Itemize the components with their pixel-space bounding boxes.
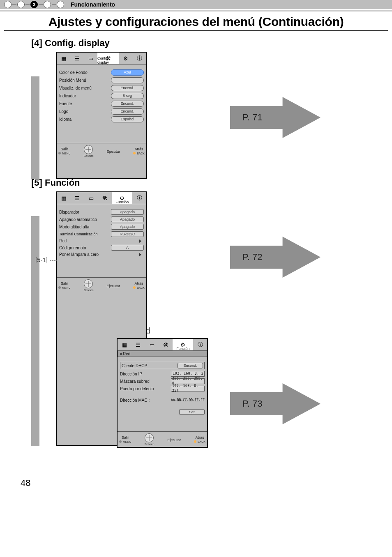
footer-salir: Salir MENU bbox=[58, 147, 71, 156]
osd-body: DisparadorApagado Apagado automáticoApag… bbox=[57, 204, 146, 277]
row-idioma[interactable]: IdiomaEspañol bbox=[59, 116, 144, 122]
tab-config-display-active: 🛠 Config. display bbox=[97, 53, 119, 64]
menu-dot-icon bbox=[58, 286, 61, 289]
progress-steps: 3 bbox=[4, 1, 64, 8]
submenu-red-header: ➤ Red bbox=[118, 351, 207, 357]
osd-tab-strip: ▦ ☰ ▭ 🛠 ⚙ Función ⓘ bbox=[57, 192, 146, 204]
footer-ejecutar: Ejecutar bbox=[106, 150, 120, 154]
tab-icon-4: 🛠 bbox=[159, 339, 173, 350]
info-icon: ⓘ bbox=[198, 341, 203, 348]
footer-salir: Salir MENU bbox=[119, 435, 131, 444]
page-ref-label: P. 72 bbox=[242, 252, 263, 262]
row-set[interactable]: Set bbox=[120, 409, 205, 415]
info-icon: ⓘ bbox=[137, 194, 142, 202]
page-ref-arrow-71: P. 71 bbox=[230, 97, 321, 138]
osd-red: ▦ ☰ ▭ 🛠 ⚙ Función ⓘ ➤ Red Cliente DHCPEn… bbox=[117, 338, 208, 448]
osd-tab-strip: ▦ ☰ ▭ 🛠 ⚙ Función ⓘ bbox=[118, 339, 207, 351]
footer-atras: Atrás BACK bbox=[194, 435, 205, 444]
row-color-fondo[interactable]: Color de FondoAzul bbox=[59, 69, 144, 76]
joystick-icon bbox=[145, 433, 154, 442]
tab-icon-5: ⚙ bbox=[119, 53, 133, 64]
row-terminal-comunicacion[interactable]: Terminal ComunicaciónRS-232C bbox=[59, 231, 144, 237]
row-mascara-subred[interactable]: Máscara subred255. 255. 255. 0 bbox=[120, 378, 205, 384]
row-direccion-ip[interactable]: Dirección IP192. 168. 0. 2 bbox=[120, 371, 205, 377]
annotation-5-1: [5-1] bbox=[35, 256, 48, 263]
row-fuente[interactable]: FuenteEncend. bbox=[59, 101, 144, 107]
tab-icon-2: ☰ bbox=[131, 339, 145, 350]
footer-salir: Salir MENU bbox=[58, 281, 71, 290]
row-puerta-defecto[interactable]: Puerta por defecto192. 168. 0. 254 bbox=[120, 386, 205, 391]
page-ref-arrow-73: P. 73 bbox=[230, 383, 321, 424]
tab-icon-1: ▦ bbox=[57, 192, 71, 204]
tab-icon-info: ⓘ bbox=[193, 339, 207, 350]
tab-icon-info: ⓘ bbox=[132, 192, 146, 204]
footer-joystick: Selecc bbox=[144, 433, 154, 446]
page-ref-label: P. 71 bbox=[242, 112, 263, 123]
page-ref-label: P. 73 bbox=[242, 398, 263, 409]
osd-footer: Salir MENU Selecc Ejecutar Atrás BACK bbox=[57, 277, 146, 293]
joystick-icon bbox=[84, 145, 93, 154]
row-poner-lampara[interactable]: Poner lámpara a cero bbox=[59, 252, 144, 257]
row-logo[interactable]: LogoEncend. bbox=[59, 108, 144, 115]
tab-icon-4: 🛠 bbox=[98, 192, 112, 204]
row-direccion-mac: Dirección MAC :AA-BB-CC-DD-EE-FF bbox=[120, 398, 205, 403]
osd-tab-strip: ▦ ☰ ▭ 🛠 Config. display ⚙ ⓘ bbox=[57, 53, 146, 64]
tab-icon-info: ⓘ bbox=[133, 53, 146, 64]
back-dot-icon bbox=[133, 152, 136, 154]
page-title: Ajustes y configuraciones del menú (Cont… bbox=[0, 12, 392, 30]
osd-footer: Salir MENU Selecc Ejecutar Atrás BACK bbox=[57, 143, 146, 159]
side-tab-stub bbox=[31, 76, 39, 179]
chevron-right-icon bbox=[139, 253, 141, 256]
row-posicion-menu[interactable]: Posición Menú bbox=[59, 77, 144, 83]
tab-icon-3: ▭ bbox=[84, 53, 97, 64]
footer-atras: Atrás BACK bbox=[133, 281, 145, 290]
page-number: 48 bbox=[0, 470, 392, 493]
tab-icon-3: ▭ bbox=[145, 339, 159, 350]
tab-funcion-active: ⚙ Función bbox=[173, 339, 193, 350]
osd-footer: Salir MENU Selecc Ejecutar Atrás BACK bbox=[118, 431, 207, 447]
footer-atras: Atrás BACK bbox=[133, 147, 145, 156]
menu-dot-icon bbox=[119, 440, 122, 443]
row-indicador[interactable]: Indicador5 seg bbox=[59, 93, 144, 99]
row-modo-altitud[interactable]: Modo altitud altaApagado bbox=[59, 224, 144, 230]
osd-body: Color de FondoAzul Posición Menú Visuali… bbox=[57, 64, 146, 143]
breadcrumb: Funcionamiento bbox=[71, 1, 115, 8]
row-codigo-remoto[interactable]: Código remotoA bbox=[59, 245, 144, 251]
page-ref-arrow-72: P. 72 bbox=[230, 237, 321, 278]
row-red[interactable]: Red bbox=[59, 239, 144, 243]
tab-icon-1: ▦ bbox=[118, 339, 131, 350]
info-icon: ⓘ bbox=[137, 55, 142, 62]
footer-joystick: Selecc bbox=[83, 279, 93, 292]
step-1 bbox=[4, 1, 12, 8]
osd-config-display: ▦ ☰ ▭ 🛠 Config. display ⚙ ⓘ Color de Fon… bbox=[56, 52, 147, 179]
chevron-right-icon bbox=[139, 239, 141, 243]
step-4 bbox=[44, 1, 51, 8]
step-3-active: 3 bbox=[30, 1, 38, 8]
joystick-icon bbox=[84, 279, 93, 288]
wrench-icon: 🛠 bbox=[163, 342, 168, 348]
section-4-heading: [4] Config. display bbox=[0, 31, 392, 52]
back-dot-icon bbox=[194, 440, 196, 443]
tab-icon-1: ▦ bbox=[57, 53, 70, 64]
back-dot-icon bbox=[133, 286, 136, 289]
step-5 bbox=[57, 1, 64, 8]
row-cliente-dhcp[interactable]: Cliente DHCPEncend. bbox=[120, 362, 205, 369]
footer-ejecutar: Ejecutar bbox=[106, 284, 120, 288]
osd-body: Cliente DHCPEncend. Dirección IP192. 168… bbox=[118, 357, 207, 431]
row-visualiz-menu[interactable]: Visualiz. de menúEncend. bbox=[59, 85, 144, 91]
tab-icon-2: ☰ bbox=[71, 192, 85, 204]
tab-funcion-active: ⚙ Función bbox=[112, 192, 132, 204]
tab-icon-3: ▭ bbox=[84, 192, 98, 204]
header-bar: 3 Funcionamiento bbox=[0, 0, 392, 9]
annotation-leader-line bbox=[50, 260, 57, 261]
step-2 bbox=[17, 1, 25, 8]
tab-icon-2: ☰ bbox=[70, 53, 84, 64]
wrench-icon: 🛠 bbox=[102, 195, 108, 201]
menu-dot-icon bbox=[58, 152, 61, 154]
row-apagado-auto[interactable]: Apagado automáticoApagado bbox=[59, 216, 144, 222]
footer-ejecutar: Ejecutar bbox=[167, 438, 181, 442]
row-disparador[interactable]: DisparadorApagado bbox=[59, 209, 144, 215]
footer-joystick: Selecc bbox=[83, 145, 93, 158]
